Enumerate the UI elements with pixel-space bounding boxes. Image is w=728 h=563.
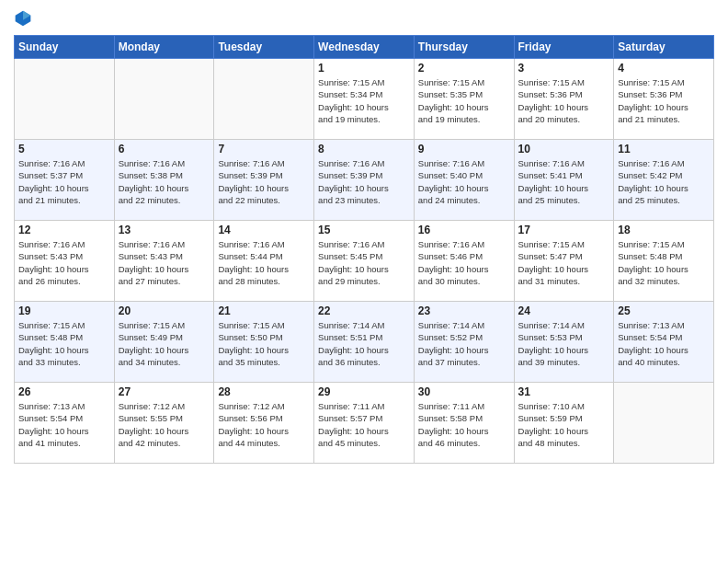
calendar-week-row: 5Sunrise: 7:16 AM Sunset: 5:37 PM Daylig… [15,140,714,221]
calendar-cell: 8Sunrise: 7:16 AM Sunset: 5:39 PM Daylig… [314,140,415,221]
day-info: Sunrise: 7:16 AM Sunset: 5:38 PM Dayligh… [119,157,210,206]
day-info: Sunrise: 7:16 AM Sunset: 5:43 PM Dayligh… [119,238,210,287]
day-number: 19 [18,304,110,317]
day-number: 26 [18,385,110,398]
day-info: Sunrise: 7:16 AM Sunset: 5:41 PM Dayligh… [518,157,610,206]
calendar-cell: 27Sunrise: 7:12 AM Sunset: 5:55 PM Dayli… [114,383,214,464]
calendar-cell: 28Sunrise: 7:12 AM Sunset: 5:56 PM Dayli… [214,383,314,464]
calendar-cell: 20Sunrise: 7:15 AM Sunset: 5:49 PM Dayli… [114,302,214,383]
calendar-cell [214,59,314,140]
day-number: 17 [518,224,610,236]
day-info: Sunrise: 7:10 AM Sunset: 5:59 PM Dayligh… [518,400,610,449]
calendar-cell: 2Sunrise: 7:15 AM Sunset: 5:35 PM Daylig… [414,59,514,140]
header [14,9,714,28]
day-info: Sunrise: 7:12 AM Sunset: 5:55 PM Dayligh… [119,400,210,449]
day-number: 13 [119,224,210,236]
day-info: Sunrise: 7:13 AM Sunset: 5:54 PM Dayligh… [18,400,110,449]
calendar-table: SundayMondayTuesdayWednesdayThursdayFrid… [14,35,714,464]
day-number: 12 [18,224,110,236]
calendar-cell: 18Sunrise: 7:15 AM Sunset: 5:48 PM Dayli… [614,221,714,302]
day-info: Sunrise: 7:14 AM Sunset: 5:51 PM Dayligh… [318,319,410,368]
calendar-week-row: 12Sunrise: 7:16 AM Sunset: 5:43 PM Dayli… [15,221,714,302]
day-info: Sunrise: 7:16 AM Sunset: 5:42 PM Dayligh… [618,157,710,206]
calendar-cell: 10Sunrise: 7:16 AM Sunset: 5:41 PM Dayli… [514,140,614,221]
day-info: Sunrise: 7:15 AM Sunset: 5:35 PM Dayligh… [418,76,510,125]
calendar-week-row: 19Sunrise: 7:15 AM Sunset: 5:48 PM Dayli… [15,302,714,383]
calendar-cell: 12Sunrise: 7:16 AM Sunset: 5:43 PM Dayli… [15,221,115,302]
day-info: Sunrise: 7:16 AM Sunset: 5:45 PM Dayligh… [318,238,410,287]
calendar-cell: 25Sunrise: 7:13 AM Sunset: 5:54 PM Dayli… [614,302,714,383]
calendar-cell: 6Sunrise: 7:16 AM Sunset: 5:38 PM Daylig… [114,140,214,221]
day-header-monday: Monday [114,36,214,59]
day-info: Sunrise: 7:15 AM Sunset: 5:36 PM Dayligh… [618,76,710,125]
day-info: Sunrise: 7:14 AM Sunset: 5:52 PM Dayligh… [418,319,510,368]
calendar-cell: 26Sunrise: 7:13 AM Sunset: 5:54 PM Dayli… [15,383,115,464]
day-number: 8 [318,143,410,155]
day-number: 27 [119,385,210,398]
day-info: Sunrise: 7:15 AM Sunset: 5:50 PM Dayligh… [218,319,310,368]
day-info: Sunrise: 7:16 AM Sunset: 5:39 PM Dayligh… [218,157,310,206]
calendar-cell: 14Sunrise: 7:16 AM Sunset: 5:44 PM Dayli… [214,221,314,302]
day-number: 6 [119,143,210,155]
calendar-cell: 5Sunrise: 7:16 AM Sunset: 5:37 PM Daylig… [15,140,115,221]
day-header-sunday: Sunday [15,36,115,59]
day-number: 10 [518,143,610,155]
day-number: 31 [518,385,610,398]
calendar-week-row: 1Sunrise: 7:15 AM Sunset: 5:34 PM Daylig… [15,59,714,140]
calendar-cell: 24Sunrise: 7:14 AM Sunset: 5:53 PM Dayli… [514,302,614,383]
day-number: 22 [318,304,410,317]
logo [14,9,36,28]
day-number: 1 [318,62,410,75]
day-header-friday: Friday [514,36,614,59]
calendar-cell: 21Sunrise: 7:15 AM Sunset: 5:50 PM Dayli… [214,302,314,383]
day-info: Sunrise: 7:16 AM Sunset: 5:39 PM Dayligh… [318,157,410,206]
day-number: 16 [418,224,510,236]
day-header-tuesday: Tuesday [214,36,314,59]
calendar-cell: 11Sunrise: 7:16 AM Sunset: 5:42 PM Dayli… [614,140,714,221]
day-info: Sunrise: 7:15 AM Sunset: 5:34 PM Dayligh… [318,76,410,125]
calendar-cell: 29Sunrise: 7:11 AM Sunset: 5:57 PM Dayli… [314,383,415,464]
day-info: Sunrise: 7:16 AM Sunset: 5:40 PM Dayligh… [418,157,510,206]
day-number: 25 [618,304,710,317]
calendar-cell: 17Sunrise: 7:15 AM Sunset: 5:47 PM Dayli… [514,221,614,302]
calendar-cell [114,59,214,140]
day-number: 3 [518,62,610,75]
day-number: 29 [318,385,410,398]
day-info: Sunrise: 7:16 AM Sunset: 5:43 PM Dayligh… [18,238,110,287]
calendar-cell: 16Sunrise: 7:16 AM Sunset: 5:46 PM Dayli… [414,221,514,302]
calendar-cell: 19Sunrise: 7:15 AM Sunset: 5:48 PM Dayli… [15,302,115,383]
day-number: 9 [418,143,510,155]
calendar-cell: 9Sunrise: 7:16 AM Sunset: 5:40 PM Daylig… [414,140,514,221]
day-info: Sunrise: 7:16 AM Sunset: 5:46 PM Dayligh… [418,238,510,287]
day-info: Sunrise: 7:13 AM Sunset: 5:54 PM Dayligh… [618,319,710,368]
calendar-cell: 22Sunrise: 7:14 AM Sunset: 5:51 PM Dayli… [314,302,415,383]
day-number: 7 [218,143,310,155]
calendar-cell: 3Sunrise: 7:15 AM Sunset: 5:36 PM Daylig… [514,59,614,140]
day-number: 5 [18,143,110,155]
day-info: Sunrise: 7:16 AM Sunset: 5:44 PM Dayligh… [218,238,310,287]
calendar-cell [614,383,714,464]
calendar-header-row: SundayMondayTuesdayWednesdayThursdayFrid… [15,36,714,59]
calendar-cell: 4Sunrise: 7:15 AM Sunset: 5:36 PM Daylig… [614,59,714,140]
day-info: Sunrise: 7:11 AM Sunset: 5:58 PM Dayligh… [418,400,510,449]
day-number: 28 [218,385,310,398]
day-info: Sunrise: 7:15 AM Sunset: 5:48 PM Dayligh… [18,319,110,368]
day-number: 15 [318,224,410,236]
logo-icon [14,9,32,28]
day-number: 20 [119,304,210,317]
calendar-cell: 23Sunrise: 7:14 AM Sunset: 5:52 PM Dayli… [414,302,514,383]
day-number: 18 [618,224,710,236]
day-number: 23 [418,304,510,317]
day-number: 2 [418,62,510,75]
calendar-container: SundayMondayTuesdayWednesdayThursdayFrid… [0,0,728,563]
day-info: Sunrise: 7:15 AM Sunset: 5:49 PM Dayligh… [119,319,210,368]
day-info: Sunrise: 7:14 AM Sunset: 5:53 PM Dayligh… [518,319,610,368]
calendar-cell: 30Sunrise: 7:11 AM Sunset: 5:58 PM Dayli… [414,383,514,464]
day-header-wednesday: Wednesday [314,36,415,59]
day-header-saturday: Saturday [614,36,714,59]
day-number: 11 [618,143,710,155]
day-info: Sunrise: 7:15 AM Sunset: 5:47 PM Dayligh… [518,238,610,287]
day-info: Sunrise: 7:15 AM Sunset: 5:48 PM Dayligh… [618,238,710,287]
calendar-week-row: 26Sunrise: 7:13 AM Sunset: 5:54 PM Dayli… [15,383,714,464]
calendar-cell: 31Sunrise: 7:10 AM Sunset: 5:59 PM Dayli… [514,383,614,464]
